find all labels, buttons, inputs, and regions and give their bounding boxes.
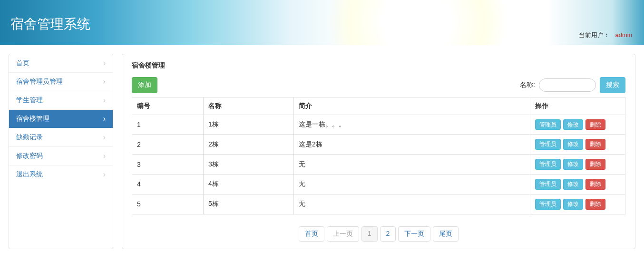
main-content: 宿舍楼管理 添加 名称: 搜索 编号 名称 简介 操作 11栋这是一栋。。。管理…	[122, 54, 635, 249]
row-actions: 管理员修改删除	[535, 119, 620, 130]
delete-button[interactable]: 删除	[585, 199, 605, 210]
row-actions: 管理员修改删除	[535, 199, 620, 210]
edit-button[interactable]: 修改	[563, 179, 583, 190]
delete-button[interactable]: 删除	[585, 119, 605, 130]
cell-name: 2栋	[204, 135, 294, 155]
cell-id: 5	[132, 194, 204, 214]
edit-button[interactable]: 修改	[563, 159, 583, 170]
col-id: 编号	[132, 97, 204, 115]
cell-actions: 管理员修改删除	[530, 194, 625, 214]
cell-name: 1栋	[204, 115, 294, 135]
col-actions: 操作	[530, 97, 625, 115]
cell-id: 4	[132, 174, 204, 194]
cell-desc: 这是2栋	[294, 135, 530, 155]
data-table: 编号 名称 简介 操作 11栋这是一栋。。。管理员修改删除22栋这是2栋管理员修…	[132, 97, 625, 214]
delete-button[interactable]: 删除	[585, 139, 605, 150]
chevron-right-icon: ›	[103, 78, 106, 86]
cell-actions: 管理员修改删除	[530, 115, 625, 135]
sidebar-item-label: 学生管理	[16, 96, 43, 105]
table-row: 44栋无管理员修改删除	[132, 174, 625, 194]
col-desc: 简介	[294, 97, 530, 115]
delete-button[interactable]: 删除	[585, 179, 605, 190]
sidebar-item-label: 缺勤记录	[16, 133, 43, 142]
user-name: admin	[615, 31, 632, 39]
chevron-right-icon: ›	[103, 152, 106, 160]
manager-button[interactable]: 管理员	[535, 159, 561, 170]
cell-desc: 无	[294, 155, 530, 175]
sidebar: 首页›宿舍管理员管理›学生管理›宿舍楼管理›缺勤记录›修改密码›退出系统›	[9, 54, 113, 249]
sidebar-item-3[interactable]: 宿舍楼管理›	[9, 110, 113, 128]
col-name: 名称	[204, 97, 294, 115]
sidebar-item-1[interactable]: 宿舍管理员管理›	[9, 73, 113, 91]
sidebar-item-0[interactable]: 首页›	[9, 54, 113, 73]
search-area: 名称: 搜索	[520, 77, 625, 93]
cell-id: 3	[132, 155, 204, 175]
chevron-right-icon: ›	[103, 59, 106, 67]
manager-button[interactable]: 管理员	[535, 119, 561, 130]
sidebar-item-label: 退出系统	[16, 170, 43, 179]
cell-name: 3栋	[204, 155, 294, 175]
cell-desc: 无	[294, 194, 530, 214]
cell-desc: 无	[294, 174, 530, 194]
sidebar-item-5[interactable]: 修改密码›	[9, 147, 113, 165]
sidebar-item-label: 宿舍管理员管理	[16, 78, 63, 86]
page-next[interactable]: 下一页	[398, 226, 430, 242]
search-label: 名称:	[520, 81, 535, 89]
delete-button[interactable]: 删除	[585, 159, 605, 170]
row-actions: 管理员修改删除	[535, 139, 620, 150]
sidebar-item-4[interactable]: 缺勤记录›	[9, 128, 113, 147]
table-row: 22栋这是2栋管理员修改删除	[132, 135, 625, 155]
current-user: 当前用户： admin	[579, 31, 632, 39]
manager-button[interactable]: 管理员	[535, 199, 561, 210]
row-actions: 管理员修改删除	[535, 159, 620, 170]
add-button[interactable]: 添加	[132, 77, 157, 93]
page-number-1: 1	[361, 226, 378, 242]
page-number-2[interactable]: 2	[380, 226, 396, 242]
sidebar-item-6[interactable]: 退出系统›	[9, 165, 113, 184]
page-last[interactable]: 尾页	[433, 226, 459, 242]
toolbar: 添加 名称: 搜索	[132, 77, 625, 93]
page-first[interactable]: 首页	[299, 226, 324, 242]
cell-actions: 管理员修改删除	[530, 155, 625, 175]
table-row: 33栋无管理员修改删除	[132, 155, 625, 175]
cell-name: 4栋	[204, 174, 294, 194]
cell-desc: 这是一栋。。。	[294, 115, 530, 135]
table-row: 11栋这是一栋。。。管理员修改删除	[132, 115, 625, 135]
app-header: 宿舍管理系统 当前用户： admin	[0, 0, 644, 45]
page-prev: 上一页	[327, 226, 359, 242]
row-actions: 管理员修改删除	[535, 179, 620, 190]
chevron-right-icon: ›	[103, 134, 106, 141]
pagination: 首页上一页12下一页尾页	[132, 226, 625, 242]
user-label: 当前用户：	[579, 31, 610, 39]
cell-name: 5栋	[204, 194, 294, 214]
header-glow	[322, 0, 512, 45]
cell-actions: 管理员修改删除	[530, 174, 625, 194]
cell-id: 2	[132, 135, 204, 155]
chevron-right-icon: ›	[103, 171, 106, 178]
edit-button[interactable]: 修改	[563, 119, 583, 130]
cell-id: 1	[132, 115, 204, 135]
search-button[interactable]: 搜索	[600, 77, 625, 93]
chevron-right-icon: ›	[103, 115, 106, 123]
cell-actions: 管理员修改删除	[530, 135, 625, 155]
sidebar-item-label: 宿舍楼管理	[16, 115, 49, 123]
manager-button[interactable]: 管理员	[535, 139, 561, 150]
table-row: 55栋无管理员修改删除	[132, 194, 625, 214]
search-input[interactable]	[539, 78, 596, 92]
chevron-right-icon: ›	[103, 97, 106, 104]
edit-button[interactable]: 修改	[563, 199, 583, 210]
page-title: 宿舍楼管理	[132, 61, 625, 70]
sidebar-item-label: 修改密码	[16, 152, 43, 160]
sidebar-item-2[interactable]: 学生管理›	[9, 91, 113, 110]
sidebar-item-label: 首页	[16, 59, 29, 68]
main-container: 首页›宿舍管理员管理›学生管理›宿舍楼管理›缺勤记录›修改密码›退出系统› 宿舍…	[0, 45, 644, 258]
edit-button[interactable]: 修改	[563, 139, 583, 150]
table-header-row: 编号 名称 简介 操作	[132, 97, 625, 115]
app-title: 宿舍管理系统	[10, 15, 90, 33]
manager-button[interactable]: 管理员	[535, 179, 561, 190]
